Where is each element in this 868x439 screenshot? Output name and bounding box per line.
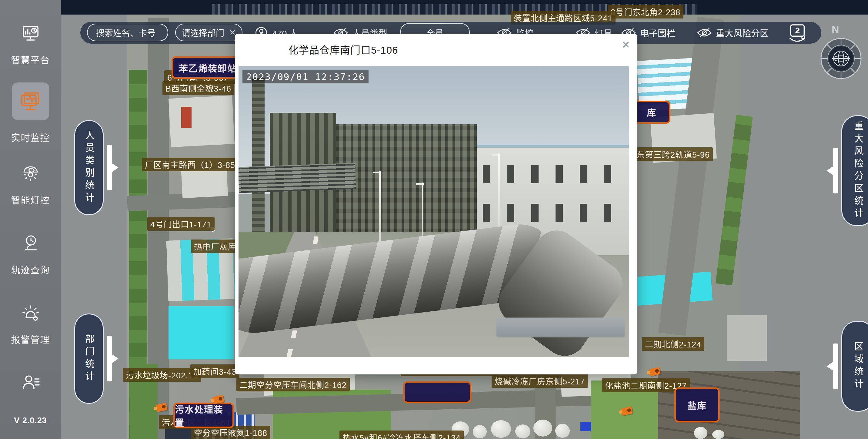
trajectory-icon xyxy=(21,233,40,252)
expand-arrow-icon[interactable] xyxy=(107,336,112,381)
tab-person-category-stats[interactable]: 人员类别统计 xyxy=(74,120,104,215)
map-pool xyxy=(168,306,234,359)
map-building xyxy=(727,315,767,361)
sidebar-item-platform[interactable]: 智慧平台 xyxy=(0,24,61,66)
tab-area-stats[interactable]: 区域统计 xyxy=(841,321,868,412)
video-light-pole xyxy=(379,171,381,253)
department-select[interactable]: 请选择部门 ✕ xyxy=(175,24,243,41)
sidebar-item-alarm[interactable]: 报警管理 xyxy=(0,303,61,346)
search-input[interactable]: 搜索姓名、卡号 xyxy=(87,24,168,41)
expand-arrow-icon[interactable] xyxy=(107,145,112,191)
video-structure xyxy=(336,124,477,244)
sidebar: 智慧平台 实时监控 xyxy=(0,0,61,439)
tab-risk-zone-stats[interactable]: 重大风险分区统计 xyxy=(841,115,868,226)
sidebar-item-trajectory[interactable]: 轨迹查询 xyxy=(0,233,61,276)
video-watermark-bar xyxy=(496,318,625,337)
realtime-monitor-icon xyxy=(19,89,42,113)
map-building xyxy=(168,95,235,147)
eye-off-icon xyxy=(697,28,712,38)
video-timestamp: 2023/09/01 12:37:26 xyxy=(243,70,369,83)
map-area-label[interactable]: 库 xyxy=(633,101,671,124)
active-item-highlight xyxy=(12,83,50,120)
expand-arrow-icon[interactable] xyxy=(833,344,838,389)
video-window-row xyxy=(483,165,624,183)
map-area-label[interactable]: 苯乙烯装卸站 xyxy=(172,56,244,79)
camera-video-modal: 化学品仓库南门口5-106 × 2023/09/01 12:37:26 xyxy=(235,34,638,374)
compass-widget[interactable] xyxy=(818,36,864,81)
map-camera-label[interactable]: 污水垃圾场-202.13 xyxy=(123,368,201,382)
dashboard-monitor-icon xyxy=(21,24,40,42)
video-structure xyxy=(252,78,265,241)
sidebar-item-label: 报警管理 xyxy=(11,332,50,346)
map-camera-label[interactable]: 东第三跨2轨道5-96 xyxy=(633,147,713,161)
map-area-label[interactable] xyxy=(403,381,471,403)
compass-north-label: N xyxy=(832,24,839,35)
app-screen: B04甲苯非芳3-106号门南（3-96）B西南侧全貌3-46厂区南主路西（1）… xyxy=(0,0,868,439)
modal-title: 化学品仓库南门口5-106 xyxy=(288,42,398,57)
map-storage-tank xyxy=(515,425,530,438)
smart-lamp-icon xyxy=(21,164,40,182)
map-camera-label[interactable]: 4号门出口1-171 xyxy=(147,217,215,231)
map-camera-label[interactable]: 加药间3-43 xyxy=(190,364,240,378)
sidebar-item-label: 智慧平台 xyxy=(11,53,50,66)
map-camera-label[interactable]: 热电厂灰库 xyxy=(191,239,240,253)
camera-video-feed[interactable]: 2023/09/01 12:37:26 xyxy=(239,66,629,357)
map-storage-tank xyxy=(694,427,707,439)
search-placeholder: 搜索姓名、卡号 xyxy=(96,26,155,38)
map-camera-label[interactable]: B西南侧全貌3-46 xyxy=(162,81,234,95)
map-building xyxy=(580,422,591,431)
tab-label: 人员类别统计 xyxy=(82,130,96,205)
map-area-label[interactable]: 污水处理装置 xyxy=(173,403,234,428)
map-horizon-strip xyxy=(0,0,868,14)
map-camera-label[interactable]: 热水5#和6#冷冻水塔东侧2-134 xyxy=(339,431,464,439)
map-camera-label[interactable]: 厂区南主路西（1）3-85 xyxy=(142,158,238,171)
map-tower xyxy=(181,107,191,128)
map-camera-label[interactable]: 二期北侧2-124 xyxy=(642,337,704,351)
expand-arrow-icon[interactable] xyxy=(833,148,838,194)
tab-label: 重大风险分区统计 xyxy=(851,121,865,221)
tab-label: 区域统计 xyxy=(851,341,865,391)
map-storage-tank xyxy=(555,424,570,438)
map-storage-tank xyxy=(712,430,724,439)
alarm-icon xyxy=(21,303,40,322)
sidebar-item-user[interactable] xyxy=(0,372,61,392)
screen-switch-button[interactable]: 2 xyxy=(786,23,808,44)
user-list-icon xyxy=(21,372,41,392)
sidebar-item-label: 实时监控 xyxy=(11,130,50,144)
map-storage-tank xyxy=(473,425,487,438)
tab-department-stats[interactable]: 部门统计 xyxy=(74,314,104,404)
toggle-risk-zone[interactable]: 重大风险分区 xyxy=(697,22,769,43)
sidebar-item-label: 轨迹查询 xyxy=(11,263,50,276)
toggle-label: 重大风险分区 xyxy=(716,26,769,39)
map-building xyxy=(181,169,228,198)
map-area-label[interactable]: 盐库 xyxy=(674,387,720,422)
close-icon[interactable]: × xyxy=(622,38,630,51)
video-window-row xyxy=(483,204,624,222)
sidebar-item-realtime-monitor[interactable]: 实时监控 xyxy=(0,83,61,144)
map-camera-label[interactable]: 烧碱冷冻厂房东侧5-217 xyxy=(492,374,588,388)
tab-label: 部门统计 xyxy=(82,334,96,383)
map-storage-tank xyxy=(491,420,511,438)
sidebar-item-label: 智能灯控 xyxy=(11,193,50,206)
screen-count-badge: 2 xyxy=(795,26,800,35)
map-camera-label[interactable]: 二期空分空压车间北侧2-162 xyxy=(237,378,350,391)
app-version: V 2.0.23 xyxy=(0,416,61,426)
toggle-label: 电子围栏 xyxy=(640,26,675,39)
department-placeholder: 请选择部门 xyxy=(182,26,224,38)
sidebar-item-smart-light[interactable]: 智能灯控 xyxy=(0,164,61,206)
map-camera-label[interactable]: 8号门东北角2-238 xyxy=(608,5,683,19)
map-storage-tank xyxy=(533,419,552,437)
video-pipe-rack xyxy=(239,163,356,194)
